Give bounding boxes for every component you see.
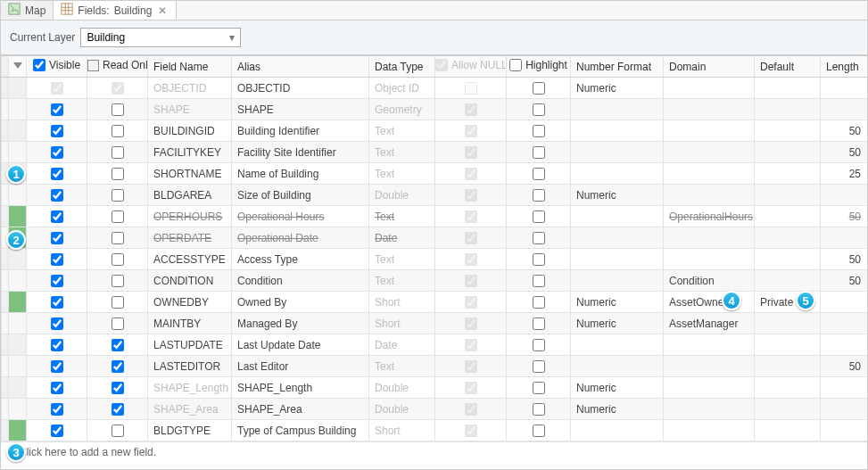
cell-datatype[interactable]: Text — [369, 163, 435, 185]
cell-highlight[interactable] — [507, 377, 571, 399]
visible-checkbox[interactable] — [51, 125, 63, 137]
table-row[interactable]: SHORTNAMEName of BuildingText25 — [2, 163, 869, 185]
cell-length[interactable] — [821, 185, 869, 206]
cell-default[interactable] — [755, 142, 821, 163]
highlight-checkbox[interactable] — [533, 146, 545, 159]
cell-alias[interactable]: Last Editor — [232, 356, 369, 377]
cell-highlight[interactable] — [507, 292, 571, 313]
row-marker[interactable] — [9, 249, 27, 270]
cell-fieldname[interactable]: SHAPE_Area — [148, 399, 232, 420]
readonly-checkbox[interactable] — [112, 317, 124, 330]
cell-length[interactable] — [821, 334, 869, 356]
cell-visible[interactable] — [27, 313, 87, 334]
cell-numberformat[interactable] — [571, 142, 664, 163]
cell-visible[interactable] — [27, 78, 87, 99]
col-alias[interactable]: Alias — [232, 56, 369, 78]
visible-checkbox[interactable] — [51, 253, 63, 266]
cell-domain[interactable]: Condition — [664, 270, 755, 292]
table-row[interactable]: OPERHOURSOperational HoursTextOperationa… — [2, 206, 869, 227]
col-readonly-check[interactable] — [87, 60, 99, 71]
visible-checkbox[interactable] — [51, 189, 63, 202]
tab-map[interactable]: Map — [1, 1, 54, 20]
cell-alias[interactable]: Operational Hours — [232, 206, 369, 227]
cell-readonly[interactable] — [87, 185, 148, 206]
table-row[interactable]: BUILDINGIDBuilding IdentifierText50 — [2, 120, 869, 142]
row-marker[interactable] — [9, 313, 27, 334]
cell-domain[interactable] — [664, 356, 755, 377]
cell-default[interactable] — [755, 227, 821, 249]
visible-checkbox[interactable] — [51, 146, 63, 159]
visible-checkbox[interactable] — [51, 210, 63, 223]
cell-highlight[interactable] — [507, 185, 571, 206]
readonly-checkbox[interactable] — [112, 296, 124, 309]
cell-default[interactable] — [755, 120, 821, 142]
readonly-checkbox[interactable] — [112, 275, 124, 287]
cell-length[interactable]: 25 — [821, 163, 869, 185]
cell-highlight[interactable] — [507, 249, 571, 270]
visible-checkbox[interactable] — [51, 103, 63, 116]
visible-checkbox[interactable] — [51, 275, 63, 287]
cell-alias[interactable]: SHAPE_Area — [232, 399, 369, 420]
cell-visible[interactable] — [27, 270, 87, 292]
cell-length[interactable]: 50 — [821, 142, 869, 163]
cell-readonly[interactable] — [87, 399, 148, 420]
row-marker[interactable] — [9, 185, 27, 206]
col-length[interactable]: Length — [821, 56, 869, 78]
cell-datatype[interactable]: Geometry — [369, 99, 435, 120]
cell-numberformat[interactable]: Numeric — [571, 292, 664, 313]
cell-datatype[interactable]: Double — [369, 399, 435, 420]
table-row[interactable]: SHAPESHAPEGeometry — [2, 99, 869, 120]
cell-length[interactable] — [821, 99, 869, 120]
visible-checkbox[interactable] — [51, 425, 63, 437]
row-marker[interactable] — [9, 142, 27, 163]
highlight-checkbox[interactable] — [533, 189, 545, 202]
cell-alias[interactable]: Owned By — [232, 292, 369, 313]
cell-domain[interactable] — [664, 99, 755, 120]
cell-fieldname[interactable]: OBJECTID — [148, 78, 232, 99]
table-row[interactable]: BLDGAREASize of BuildingDoubleNumeric — [2, 185, 869, 206]
cell-visible[interactable] — [27, 142, 87, 163]
cell-length[interactable] — [821, 399, 869, 420]
close-icon[interactable]: ✕ — [156, 4, 169, 17]
cell-length[interactable] — [821, 292, 869, 313]
cell-domain[interactable] — [664, 399, 755, 420]
cell-default[interactable] — [755, 334, 821, 356]
cell-domain[interactable] — [664, 163, 755, 185]
row-marker[interactable] — [9, 356, 27, 377]
cell-domain[interactable]: AssetManager — [664, 313, 755, 334]
table-row[interactable]: SHAPE_AreaSHAPE_AreaDoubleNumeric — [2, 399, 869, 420]
cell-fieldname[interactable]: CONDITION — [148, 270, 232, 292]
table-row[interactable]: ACCESSTYPEAccess TypeText50 — [2, 249, 869, 270]
cell-visible[interactable] — [27, 334, 87, 356]
cell-alias[interactable]: SHAPE_Length — [232, 377, 369, 399]
cell-highlight[interactable] — [507, 334, 571, 356]
readonly-checkbox[interactable] — [112, 360, 124, 373]
cell-numberformat[interactable] — [571, 163, 664, 185]
cell-domain[interactable] — [664, 334, 755, 356]
cell-domain[interactable] — [664, 120, 755, 142]
tab-fields[interactable]: Fields: Building ✕ — [54, 1, 177, 20]
cell-readonly[interactable] — [87, 292, 148, 313]
highlight-checkbox[interactable] — [533, 103, 545, 116]
visible-checkbox[interactable] — [51, 168, 63, 180]
visible-checkbox[interactable] — [51, 296, 63, 309]
cell-visible[interactable] — [27, 249, 87, 270]
visible-checkbox[interactable] — [51, 403, 63, 416]
cell-numberformat[interactable] — [571, 99, 664, 120]
highlight-checkbox[interactable] — [533, 317, 545, 330]
cell-length[interactable] — [821, 78, 869, 99]
table-row[interactable]: LASTEDITORLast EditorText50 — [2, 356, 869, 377]
cell-datatype[interactable]: Text — [369, 120, 435, 142]
cell-visible[interactable] — [27, 356, 87, 377]
sort-header[interactable] — [9, 56, 27, 78]
cell-alias[interactable]: Building Identifier — [232, 120, 369, 142]
cell-alias[interactable]: Last Update Date — [232, 334, 369, 356]
cell-datatype[interactable]: Text — [369, 270, 435, 292]
col-readonly[interactable]: Read Only — [87, 56, 148, 78]
cell-fieldname[interactable]: LASTUPDATE — [148, 334, 232, 356]
cell-datatype[interactable]: Date — [369, 334, 435, 356]
cell-length[interactable]: 50 — [821, 356, 869, 377]
cell-length[interactable] — [821, 227, 869, 249]
cell-alias[interactable]: Condition — [232, 270, 369, 292]
col-default[interactable]: Default — [755, 56, 821, 78]
